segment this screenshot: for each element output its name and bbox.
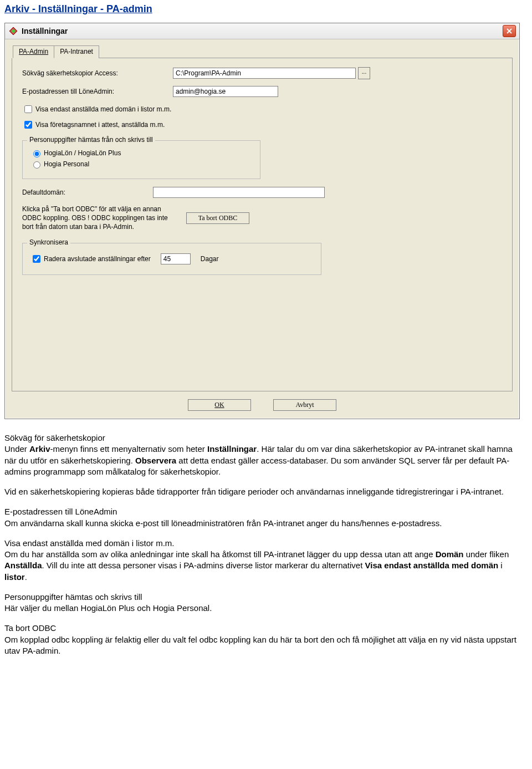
window-title: Inställningar: [22, 27, 503, 35]
path-label: Sökväg säkerhetskopior Access:: [22, 69, 173, 77]
tab-pa-intranet[interactable]: PA-Intranet: [54, 45, 99, 58]
close-button[interactable]: [503, 25, 516, 37]
backup-path-input[interactable]: [173, 68, 356, 79]
default-domain-label: Defaultdomän:: [22, 189, 153, 196]
paragraph-person-source: Här väljer du mellan HogiaLön Plus och H…: [4, 603, 525, 614]
sync-group: Synkronisera Radera avslutade anställnin…: [22, 243, 321, 275]
paragraph-domain-only: Om du har anställda som av olika anledni…: [4, 549, 525, 583]
checkbox-delete-ended[interactable]: Radera avslutade anställningar efter: [30, 253, 151, 264]
radio-hogiapersonal-input[interactable]: [33, 161, 40, 169]
remove-odbc-button[interactable]: Ta bort ODBC: [186, 212, 249, 224]
days-input[interactable]: [161, 253, 191, 264]
heading-remove-odbc: Ta bort ODBC: [4, 623, 525, 634]
article-body: Sökväg för säkerhetskopior Under Arkiv-m…: [4, 432, 525, 656]
radio-hogialon[interactable]: HogiaLön / HogiaLön Plus: [30, 149, 252, 157]
radio-hogialon-label: HogiaLön / HogiaLön Plus: [44, 149, 121, 157]
tab-pa-admin[interactable]: PA-Admin: [13, 45, 54, 58]
radio-hogiapersonal-label: Hogia Personal: [44, 160, 89, 168]
days-unit: Dagar: [201, 255, 219, 263]
default-domain-input[interactable]: [153, 187, 325, 198]
cancel-button[interactable]: Avbryt: [273, 399, 336, 411]
sync-legend: Synkronisera: [27, 238, 70, 246]
checkbox-delete-ended-label: Radera avslutade anställningar efter: [44, 255, 151, 263]
odbc-help-text: Klicka på "Ta bort ODBC" för att välja e…: [22, 205, 177, 232]
checkbox-company-name-label: Visa företagsnamnet i attest, anställda …: [35, 121, 165, 129]
ok-button[interactable]: OK: [188, 399, 251, 411]
breadcrumb: Arkiv - Inställningar - PA-admin: [4, 3, 528, 15]
person-source-legend: Personuppgifter hämtas från och skrivs t…: [27, 136, 155, 144]
checkbox-delete-ended-input[interactable]: [33, 255, 40, 263]
paragraph-backup-copying: Vid en säkerhetskopiering kopieras både …: [4, 486, 525, 497]
settings-window: Inställningar PA-Admin PA-Intranet Sökvä…: [4, 23, 520, 419]
paragraph-backup-path: Under Arkiv-menyn finns ett menyalternat…: [4, 444, 525, 477]
heading-email: E-postadressen till LöneAdmin: [4, 506, 525, 517]
checkbox-domain-only[interactable]: Visa endast anställda med domän i listor…: [22, 104, 502, 115]
app-icon: [8, 26, 18, 36]
heading-person-source: Personuppgifter hämtas och skrivs till: [4, 592, 525, 603]
checkbox-company-name-input[interactable]: [24, 121, 32, 129]
heading-backup-path: Sökväg för säkerhetskopior: [4, 432, 525, 444]
browse-button[interactable]: ...: [358, 67, 370, 79]
radio-hogialon-input[interactable]: [33, 150, 40, 157]
checkbox-company-name[interactable]: Visa företagsnamnet i attest, anställda …: [22, 119, 502, 130]
checkbox-domain-only-label: Visa endast anställda med domän i listor…: [35, 105, 171, 113]
tab-panel-pa-admin: Sökväg säkerhetskopior Access: ... E-pos…: [12, 58, 513, 391]
paragraph-remove-odbc: Om kopplad odbc koppling är felaktig ell…: [4, 634, 525, 657]
paragraph-email: Om användarna skall kunna skicka e-post …: [4, 518, 525, 529]
email-label: E-postadressen till LöneAdmin:: [22, 88, 153, 95]
tab-bar: PA-Admin PA-Intranet: [13, 45, 513, 58]
checkbox-domain-only-input[interactable]: [24, 105, 32, 113]
admin-email-input[interactable]: [173, 86, 278, 97]
heading-domain-only: Visa endast anställda med domän i listor…: [4, 538, 525, 549]
radio-hogiapersonal[interactable]: Hogia Personal: [30, 160, 252, 169]
person-source-group: Personuppgifter hämtas från och skrivs t…: [22, 140, 260, 179]
titlebar: Inställningar: [5, 23, 519, 39]
